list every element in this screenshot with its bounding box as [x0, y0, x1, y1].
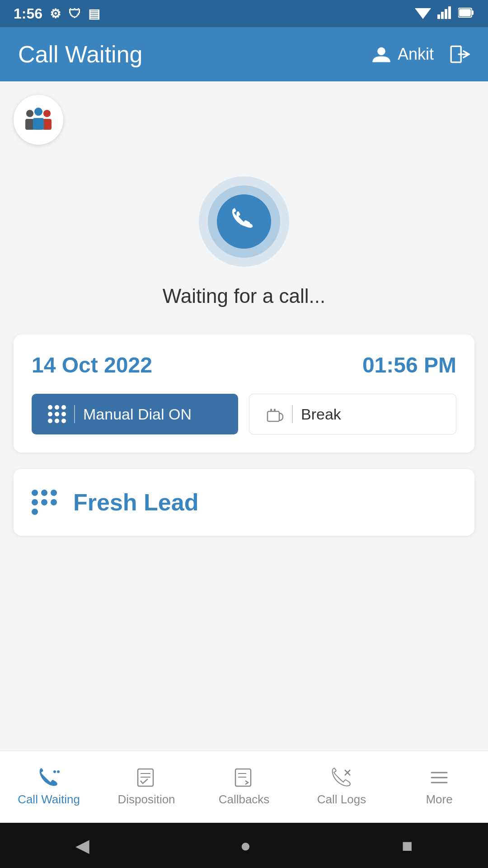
wifi-icon: [415, 6, 431, 21]
svg-point-24: [57, 770, 60, 773]
info-card: 14 Oct 2022 01:56 PM Manual Dial ON: [14, 335, 474, 453]
dialpad-icon: [48, 405, 66, 423]
nav-item-disposition[interactable]: Disposition: [98, 751, 195, 823]
callbacks-nav-icon: [233, 767, 255, 788]
shield-icon: 🛡: [68, 6, 81, 21]
main-content: Waiting for a call... 14 Oct 2022 01:56 …: [0, 81, 488, 750]
home-button[interactable]: ●: [240, 835, 251, 856]
phone-circle: [217, 194, 271, 249]
nav-item-call-logs[interactable]: Call Logs: [293, 751, 390, 823]
fresh-lead-label: Fresh Lead: [73, 489, 198, 516]
page-title: Call Waiting: [18, 41, 143, 68]
svg-rect-22: [274, 409, 276, 411]
manual-dial-button[interactable]: Manual Dial ON: [32, 394, 238, 434]
disposition-nav-icon: [135, 767, 158, 788]
svg-rect-1: [437, 14, 440, 19]
svg-rect-3: [445, 9, 447, 19]
info-card-header: 14 Oct 2022 01:56 PM: [32, 353, 456, 377]
manual-dial-label: Manual Dial ON: [83, 406, 192, 423]
nav-call-logs-label: Call Logs: [317, 793, 366, 807]
back-button[interactable]: ◀: [75, 835, 89, 856]
svg-rect-6: [459, 9, 471, 16]
waiting-area: Waiting for a call...: [14, 158, 474, 335]
more-nav-icon: [428, 767, 450, 788]
svg-point-8: [377, 47, 385, 56]
coffee-icon: [266, 405, 284, 423]
svg-rect-7: [472, 10, 474, 15]
nav-more-label: More: [426, 793, 452, 807]
nav-callbacks-label: Callbacks: [219, 793, 270, 807]
button-divider: [74, 405, 75, 423]
sim-icon: ▤: [88, 6, 100, 21]
svg-point-23: [53, 770, 56, 773]
phone-pulse-inner: [208, 185, 280, 258]
svg-rect-20: [267, 411, 279, 421]
svg-rect-21: [270, 409, 272, 411]
break-label: Break: [301, 406, 341, 423]
svg-point-15: [34, 108, 42, 116]
svg-rect-2: [441, 12, 444, 19]
recents-button[interactable]: ■: [402, 835, 413, 856]
settings-icon: ⚙: [50, 6, 61, 21]
waiting-text: Waiting for a call...: [163, 285, 325, 307]
break-button[interactable]: Break: [249, 394, 456, 434]
call-logs-nav-icon: [330, 767, 353, 788]
app-bar: Call Waiting Ankit: [0, 27, 488, 81]
user-name: Ankit: [398, 45, 434, 64]
signal-icon: [437, 6, 452, 21]
fresh-lead-dialpad-icon: [32, 490, 57, 515]
nav-disposition-label: Disposition: [117, 793, 175, 807]
team-icon: [23, 106, 54, 133]
team-avatar: [14, 95, 63, 145]
bottom-nav: Call Waiting Disposition Callbacks Call …: [0, 750, 488, 823]
break-divider: [292, 405, 293, 423]
fresh-lead-card[interactable]: Fresh Lead: [14, 469, 474, 536]
phone-icon: [230, 207, 258, 236]
phone-pulse-outer: [199, 176, 289, 267]
logout-icon[interactable]: [450, 44, 470, 64]
svg-marker-0: [415, 8, 431, 19]
status-bar: 1:56 ⚙ 🛡 ▤: [0, 0, 488, 27]
user-info: Ankit: [371, 44, 434, 64]
user-avatar-icon: [371, 44, 391, 64]
battery-icon: [458, 6, 474, 21]
svg-rect-16: [33, 118, 44, 130]
info-card-buttons: Manual Dial ON Break: [32, 394, 456, 434]
svg-point-13: [43, 110, 51, 117]
app-bar-actions: Ankit: [371, 44, 470, 64]
svg-point-11: [26, 110, 33, 117]
info-time: 01:56 PM: [362, 353, 456, 377]
svg-rect-4: [448, 6, 451, 19]
status-time: 1:56: [14, 5, 42, 22]
android-nav-bar: ◀ ● ■: [0, 823, 488, 868]
status-bar-left: 1:56 ⚙ 🛡 ▤: [14, 5, 100, 22]
nav-item-call-waiting[interactable]: Call Waiting: [0, 751, 98, 823]
nav-call-waiting-label: Call Waiting: [18, 793, 80, 807]
info-date: 14 Oct 2022: [32, 353, 152, 377]
nav-item-callbacks[interactable]: Callbacks: [195, 751, 293, 823]
status-bar-right: [415, 6, 474, 21]
nav-item-more[interactable]: More: [390, 751, 488, 823]
call-waiting-nav-icon: [38, 767, 60, 788]
